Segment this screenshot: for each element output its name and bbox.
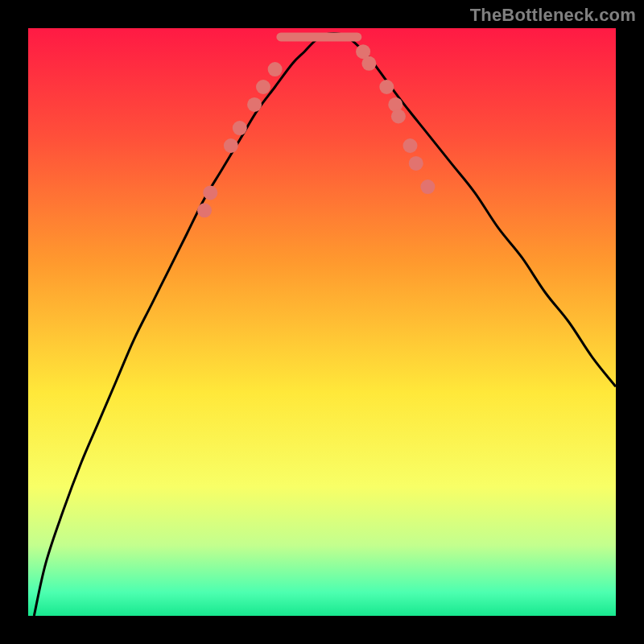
scatter-dot: [203, 185, 217, 200]
scatter-dot: [247, 97, 262, 112]
scatter-dot: [256, 80, 270, 94]
scatter-dot: [233, 121, 247, 135]
chart-container: TheBottleneck.com: [0, 0, 644, 644]
scatter-dot: [268, 62, 283, 76]
scatter-dot: [409, 156, 423, 171]
watermark-text: TheBottleneck.com: [470, 5, 636, 26]
scatter-dot: [403, 138, 418, 153]
scatter-dot: [197, 203, 212, 217]
scatter-dot: [224, 138, 238, 153]
scatter-dot: [391, 109, 406, 124]
scatter-dot: [420, 180, 435, 194]
scatter-dot: [379, 80, 394, 94]
chart-background: [28, 28, 616, 616]
bottleneck-chart: [28, 28, 616, 616]
scatter-dot: [361, 56, 376, 71]
